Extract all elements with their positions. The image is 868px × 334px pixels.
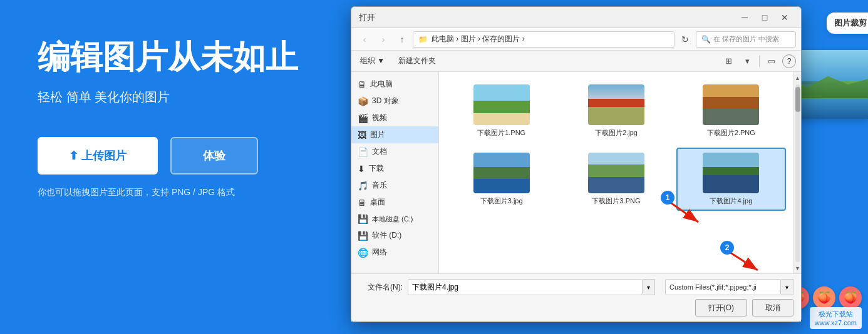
docs-icon: 📄: [358, 147, 368, 157]
sidebar-label: 桌面: [370, 197, 385, 208]
file-name-1: 下载图片1.PNG: [477, 128, 525, 138]
titlebar-controls: ─ □ ✕: [736, 11, 793, 24]
view-separator: [759, 56, 760, 67]
hero-subtitle: 轻松 简单 美化你的图片: [38, 89, 298, 106]
3d-icon: 📦: [358, 96, 368, 106]
sidebar-item-music[interactable]: 🎵 音乐: [351, 177, 438, 194]
sidebar-label: 网络: [372, 247, 387, 258]
file-content: 下载图片1.PNG 下载图片2.jpg 下载图片2.PNG 下载图片3.jpg: [439, 72, 793, 273]
upload-button[interactable]: ⬆ 上传图片: [38, 137, 158, 175]
file-item-5[interactable]: 下载图片3.PNG: [561, 148, 671, 211]
file-item-3[interactable]: 下载图片2.PNG: [676, 79, 786, 143]
sidebar-item-cdrive[interactable]: 💾 本地磁盘 (C:): [351, 211, 438, 227]
scroll-track: [795, 84, 800, 262]
dialog-title: 打开: [359, 12, 375, 23]
scroll-thumb[interactable]: [795, 87, 800, 112]
pictures-icon: 🖼: [358, 130, 366, 140]
sidebar-label: 软件 (D:): [372, 230, 401, 241]
file-name-4: 下载图片3.jpg: [480, 196, 523, 206]
sidebar-item-video[interactable]: 🎬 视频: [351, 109, 438, 126]
breadcrumb-path: 此电脑 › 图片 › 保存的图片 ›: [431, 34, 525, 44]
file-thumb-2: [588, 84, 644, 125]
filename-input[interactable]: 下载图片4.jpg: [408, 279, 643, 295]
filename-row: 文件名(N): 下载图片4.jpg ▾ Custom Files(*.jfif;…: [359, 279, 793, 295]
back-button[interactable]: ‹: [356, 31, 373, 48]
sidebar-item-desktop[interactable]: 🖥 桌面: [351, 194, 438, 211]
sidebar-label: 图片: [370, 129, 385, 140]
toolbar-right: ⊞ ▾ ▭ ?: [720, 53, 796, 69]
filetype-select[interactable]: Custom Files(*.jfif;*.pjpeg;*.ji: [665, 279, 781, 295]
sidebar-label: 下载: [369, 163, 384, 174]
file-thumb-3: [703, 84, 759, 125]
file-thumb-5: [588, 153, 644, 193]
sidebar-item-3d[interactable]: 📦 3D 对象: [351, 93, 438, 109]
scroll-down-arrow[interactable]: ▼: [795, 263, 801, 273]
ddrive-icon: 💾: [358, 231, 368, 241]
drag-hint: 你也可以拖拽图片至此页面，支持 PNG / JPG 格式: [38, 187, 298, 198]
sidebar-label: 此电脑: [370, 79, 393, 89]
refresh-button[interactable]: ↻: [677, 31, 693, 48]
file-item-2[interactable]: 下载图片2.jpg: [561, 79, 671, 143]
sidebar-label: 音乐: [372, 180, 387, 191]
network-icon: 🌐: [358, 248, 368, 258]
search-box: 🔍 在 保存的图片 中搜索: [696, 31, 796, 48]
dialog-titlebar: 打开 ─ □ ✕: [351, 7, 801, 28]
view-list-button[interactable]: ▭: [763, 53, 780, 69]
filename-dropdown[interactable]: ▾: [643, 279, 655, 295]
search-placeholder: 在 保存的图片 中搜索: [713, 34, 779, 44]
filename-label: 文件名(N):: [359, 282, 403, 293]
computer-icon: 🖥: [358, 79, 366, 89]
sidebar-item-docs[interactable]: 📄 文档: [351, 143, 438, 160]
music-icon: 🎵: [358, 181, 368, 191]
sidebar-label: 3D 对象: [372, 96, 399, 106]
sidebar-label: 文档: [372, 146, 387, 157]
sidebar-label: 视频: [372, 113, 387, 123]
file-thumb-6: [703, 153, 759, 193]
new-folder-button[interactable]: 新建文件夹: [393, 53, 441, 69]
forward-button[interactable]: ›: [375, 31, 391, 48]
minimize-button[interactable]: ─: [736, 11, 753, 24]
sidebar-item-pictures[interactable]: 🖼 图片: [351, 126, 438, 143]
file-name-3: 下载图片2.PNG: [707, 128, 755, 138]
file-grid: 下载图片1.PNG 下载图片2.jpg 下载图片2.PNG 下载图片3.jpg: [444, 77, 788, 213]
desktop-icon: 🖥: [358, 198, 366, 208]
view-icon-button[interactable]: ⊞: [720, 53, 736, 69]
sidebar-item-downloads[interactable]: ⬇ 下载: [351, 160, 438, 177]
help-button[interactable]: ?: [782, 54, 796, 68]
scroll-up-arrow[interactable]: ▲: [795, 73, 801, 83]
up-button[interactable]: ↑: [394, 31, 410, 48]
dialog-btn-row: 打开(O) 取消: [359, 299, 793, 316]
sidebar-item-network[interactable]: 🌐 网络: [351, 244, 438, 261]
scrollbar[interactable]: ▲ ▼: [793, 72, 801, 273]
toolbar-left: 组织 ▼ 新建文件夹: [356, 53, 441, 69]
folder-icon: 📁: [418, 35, 428, 44]
watermark: 极光下载站 www.xz7.com: [810, 307, 862, 329]
emoji-2: 🍑: [813, 286, 835, 309]
experience-button[interactable]: 体验: [170, 137, 258, 175]
sidebar-label: 本地磁盘 (C:): [372, 215, 413, 224]
dialog-main: 🖥 此电脑 📦 3D 对象 🎬 视频 🖼 图片 📄 文档 ⬇ 下载: [351, 72, 801, 273]
breadcrumb: 📁 此电脑 › 图片 › 保存的图片 ›: [413, 31, 674, 48]
close-button[interactable]: ✕: [776, 11, 793, 24]
file-name-5: 下载图片3.PNG: [592, 196, 640, 206]
maximize-button[interactable]: □: [756, 11, 773, 24]
filetype-dropdown[interactable]: ▾: [781, 279, 793, 295]
svg-line-1: [667, 200, 698, 222]
view-chevron-button[interactable]: ▾: [739, 53, 755, 69]
cdrive-icon: 💾: [358, 214, 368, 224]
emoji-3: 🍑: [839, 286, 862, 309]
sidebar-item-ddrive[interactable]: 💾 软件 (D:): [351, 227, 438, 244]
file-item-4[interactable]: 下载图片3.jpg: [447, 148, 556, 211]
open-button[interactable]: 打开(O): [695, 299, 747, 316]
file-thumb-1: [473, 84, 530, 125]
watermark-text: 极光下载站 www.xz7.com: [810, 307, 862, 329]
address-bar: ‹ › ↑ 📁 此电脑 › 图片 › 保存的图片 › ↻ 🔍 在 保存的图片 中…: [351, 28, 801, 51]
sidebar-item-computer[interactable]: 🖥 此电脑: [351, 76, 438, 93]
file-item-1[interactable]: 下载图片1.PNG: [447, 79, 556, 143]
organize-button[interactable]: 组织 ▼: [356, 53, 388, 69]
cancel-button[interactable]: 取消: [752, 299, 793, 316]
arrow-2-container: 2: [720, 244, 770, 281]
hero-section: 编辑图片从未如止 轻松 简单 美化你的图片 ⬆ 上传图片 体验 你也可以拖拽图片…: [38, 38, 298, 230]
filename-value: 下载图片4.jpg: [412, 282, 458, 293]
video-icon: 🎬: [358, 113, 368, 123]
